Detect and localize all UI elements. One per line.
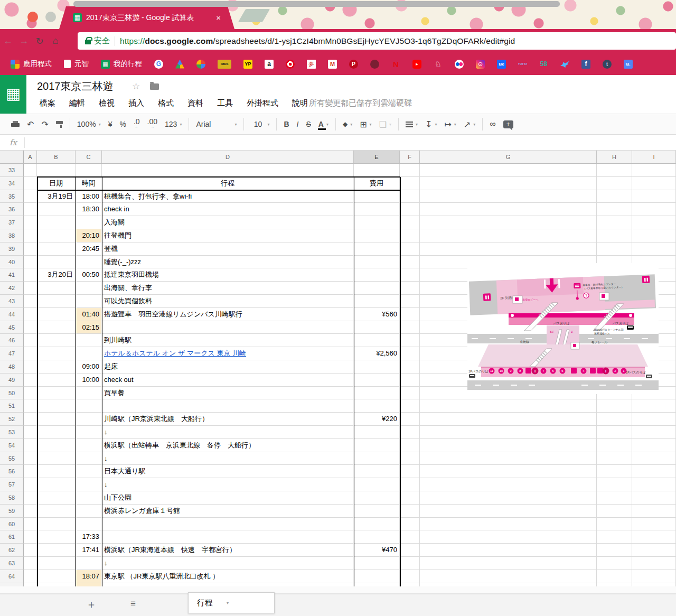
cell-cost[interactable] [354,452,400,465]
cell-date[interactable] [37,518,76,531]
cell[interactable] [597,478,632,491]
menu-資料[interactable]: 資料 [181,96,210,110]
cell[interactable] [420,413,597,426]
cell-cost[interactable] [354,387,400,400]
cell[interactable] [354,583,400,586]
row-header-40[interactable]: 40 [0,256,24,269]
row-header-58[interactable]: 58 [0,491,24,505]
column-header-F[interactable]: F [400,151,420,163]
cell-cost[interactable] [354,518,400,531]
cell[interactable] [420,190,597,203]
cell[interactable] [632,452,676,465]
hotel-link[interactable]: ホテル＆ホステル オン ザ マークス 東京 川崎 [104,349,246,357]
cell-time[interactable] [76,439,102,452]
cell[interactable] [632,465,676,478]
cell[interactable] [597,242,632,256]
cell-time[interactable] [76,452,102,465]
cell-plan[interactable]: 山下公園 [102,491,354,505]
cell[interactable] [400,557,420,570]
cell-date[interactable] [37,360,76,374]
cell-cost[interactable]: ¥2,560 [354,347,400,360]
cell-time[interactable]: 時間 [76,177,102,190]
cell-plan[interactable] [102,518,354,531]
bookmark-item[interactable]: 元智 [64,59,89,69]
window-minimize-button[interactable] [45,12,56,22]
cell-plan[interactable]: 川崎駅（JR京浜東北線 大船行） [102,413,354,426]
sheet-tab-active[interactable]: 行程 ▾ [188,592,275,613]
cell[interactable] [400,216,420,229]
column-header-B[interactable]: B [37,151,76,163]
cell-date[interactable] [37,321,76,334]
cell-cost[interactable]: ¥560 [354,308,400,321]
cell-time[interactable] [76,413,102,426]
cell[interactable] [420,557,597,570]
increase-decimal-button[interactable]: .00→ [144,117,161,131]
new-tab-button[interactable] [238,9,270,22]
bookmark-item[interactable] [286,60,295,69]
cell[interactable] [24,570,37,583]
cell[interactable] [400,295,420,308]
cell[interactable] [24,295,37,308]
cell-time[interactable]: 20:45 [76,242,102,256]
cell[interactable] [400,544,420,557]
cell-plan[interactable]: 登機 [102,242,354,256]
cell-plan[interactable]: 搭遊覽車 羽田空港線リムジンバス川崎駅行 [102,308,354,321]
bookmark-item[interactable]: G [154,60,163,69]
cell-plan[interactable]: check in [102,203,354,216]
cell-plan[interactable]: 買早餐 [102,387,354,400]
cell[interactable] [632,570,676,583]
row-header-51[interactable]: 51 [0,399,24,413]
bookmark-item[interactable]: P [349,60,358,69]
cell[interactable] [420,242,597,256]
cell-time[interactable]: 18:00 [76,190,102,203]
cell[interactable] [632,242,676,256]
cell[interactable] [24,282,37,295]
menu-編輯[interactable]: 編輯 [62,96,92,110]
cell-time[interactable]: 18:30 [76,203,102,216]
cell[interactable] [37,583,76,586]
cell[interactable] [24,530,37,544]
cell[interactable] [632,203,676,216]
cell-cost[interactable] [354,557,400,570]
cell-date[interactable] [37,478,76,491]
cell[interactable] [420,491,597,505]
cell[interactable] [400,399,420,413]
bookmark-item[interactable]: a [265,60,274,69]
cell[interactable] [597,570,632,583]
cell-cost[interactable]: ¥470 [354,544,400,557]
italic-button[interactable]: I [293,117,303,131]
bookmark-item[interactable]: YP [243,60,252,69]
column-header-E[interactable]: E [354,151,400,163]
cell-time[interactable] [76,399,102,413]
cell[interactable] [24,203,37,216]
cell-date[interactable]: 3月20日 [37,268,76,282]
column-header-I[interactable]: I [632,151,676,163]
row-header-49[interactable]: 49 [0,374,24,387]
cell-plan[interactable]: ↓ [102,557,354,570]
cell-time[interactable] [76,557,102,570]
cell[interactable] [597,439,632,452]
cell[interactable] [24,387,37,400]
cell-plan[interactable]: 睡覺(-_-)zzz [102,256,354,269]
cell-cost[interactable] [354,229,400,242]
column-header-G[interactable]: G [420,151,597,163]
bookmark-item[interactable]: f [581,60,590,69]
bookmark-item[interactable]: 58 [539,60,548,69]
row-header-38[interactable]: 38 [0,229,24,242]
spreadsheet-grid[interactable]: 3334日期時間行程費用353月19日18:00桃機集合、打包行李、拿wi-fi… [0,164,676,586]
cell-plan[interactable]: ↓ [102,452,354,465]
cell[interactable] [420,505,597,518]
cell[interactable] [632,505,676,518]
cell-date[interactable] [37,229,76,242]
cell[interactable] [597,216,632,229]
cell-plan[interactable]: 抵達東京羽田機場 [102,268,354,282]
cell-plan[interactable]: 起床 [102,360,354,374]
cell[interactable] [597,413,632,426]
row-header-62[interactable]: 62 [0,544,24,557]
redo-button[interactable]: ↷ [37,117,52,131]
cell[interactable] [632,439,676,452]
cell-date[interactable] [37,544,76,557]
cell[interactable] [400,203,420,216]
cell-date[interactable] [37,570,76,583]
cell-date[interactable] [37,491,76,505]
